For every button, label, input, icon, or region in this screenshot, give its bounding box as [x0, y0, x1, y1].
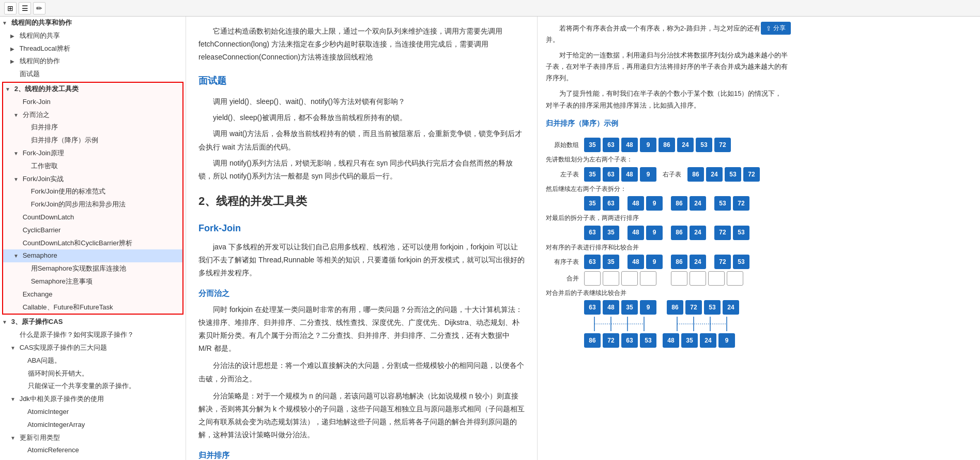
right-intro3: 为了提升性能，有时我们在半子表的个数小于某个数（比如15）的情况下，对半子表的排… [546, 88, 788, 111]
box-63: 63 [603, 138, 619, 152]
interview-q3: 调用 wait()方法后，会释放当前线程持有的锁，而且当前被阻塞后，会重新竞争锁… [198, 127, 525, 153]
interview-q4: 调用 notify()系列方法后，对锁无影响，线程只有在 syn 同步代码执行完… [198, 157, 525, 183]
sidebar-item-guibing-desc[interactable]: 归并排序（降序）示例 [3, 134, 182, 147]
arrow-icon: ▼ [2, 318, 9, 327]
merge-row-original: 原始数组 35 63 48 9 86 24 53 72 [546, 138, 788, 152]
box-35: 35 [584, 138, 601, 152]
sidebar-item-countdownlatch[interactable]: CountDownLatch [3, 211, 182, 224]
sidebar-item-thread-collab[interactable]: ▶ 线程间的协作 [0, 55, 186, 68]
mg-9: 9 [640, 300, 656, 315]
arrow-icon [19, 370, 26, 378]
share-button[interactable]: ⇪ 分享 [761, 22, 791, 35]
sp-72: 72 [733, 196, 749, 211]
sidebar-item-thread-share-sub[interactable]: ▶ 线程间的共享 [0, 29, 186, 42]
grid-view-button[interactable]: ⊞ [4, 2, 17, 14]
lr-9: 9 [640, 167, 656, 182]
comb-3 [621, 271, 638, 286]
fenerzhi-desc: 同时 forkjoin 在处理某一类问题时非常的有用，哪一类问题？分而治之的问题… [198, 303, 525, 355]
edit-button[interactable]: ✏ [33, 2, 45, 14]
arrow-icon: ▶ [10, 45, 18, 53]
split-text-1: 先讲数组划分为左右两个子表： [546, 154, 788, 165]
arrow-icon: ▼ [2, 19, 9, 27]
sidebar-item-update-ref[interactable]: ▼ 更新引用类型 [0, 432, 186, 444]
arrow-icon: ▼ [13, 175, 21, 184]
sidebar-item-cyclicbarrier[interactable]: CyclicBarrier [3, 224, 182, 237]
sidebar-item-forkjoin-sync-async[interactable]: Fork/Join的同步用法和异步用法 [3, 198, 182, 211]
sidebar-item-semaphore-pool[interactable]: 用Semaphore实现数据库连接池 [3, 262, 182, 275]
left-label: 左子表 [546, 169, 582, 180]
sidebar-item-worksteal[interactable]: 工作密取 [3, 160, 182, 173]
mg-35: 35 [621, 300, 638, 315]
srt-86: 86 [671, 226, 687, 240]
sidebar-item-cdl-cb-compare[interactable]: CountDownLatch和CyclicBarrier辨析 [3, 237, 182, 250]
sidebar-item-jdk-atomic[interactable]: ▼ Jdk中相关原子操作类的使用 [0, 393, 186, 406]
sidebar-item-forkjoin-principle[interactable]: ▼ Fork-Join原理 [3, 147, 182, 160]
fenerzhi-desc2: 分治法的设计思想是：将一个难以直接解决的大问题，分割成一些规模较小的相同问题，以… [198, 359, 525, 385]
fin-35: 35 [681, 333, 698, 348]
sidebar-item-single-var[interactable]: 只能保证一个共享变量的原子操作。 [0, 380, 186, 393]
arrow-icon [13, 304, 21, 312]
sidebar-item-atomicintegerarray[interactable]: AtomicIntegerArray [0, 419, 186, 432]
sidebar-item-atomicstampedref[interactable]: AtomicStampedReference [0, 457, 186, 460]
arrow-icon [13, 214, 21, 222]
merge-sort-text: 对有序的子表进行排序和比较合并 [546, 242, 788, 253]
sidebar-item-aba[interactable]: ABA问题。 [0, 354, 186, 367]
sidebar-item-exchange[interactable]: Exchange [3, 288, 182, 301]
merge-diagram: 原始数组 35 63 48 9 86 24 53 72 先讲数组划分为左右两个子… [546, 138, 788, 348]
srt-35: 35 [603, 226, 619, 240]
mg-86: 86 [667, 300, 683, 315]
list-view-button[interactable]: ☰ [19, 2, 31, 14]
sort-text: 对最后的拆分子表，两两进行排序 [546, 213, 788, 223]
sidebar-item-semaphore-notes[interactable]: Semaphore注意事项 [3, 275, 182, 288]
ord-86: 86 [671, 255, 687, 269]
merge-row-split: 35 63 48 9 86 24 53 72 [546, 196, 788, 211]
sidebar-item-forkjoin-practice[interactable]: ▼ Fork/Join实战 [3, 173, 182, 186]
arrow-icon [19, 357, 26, 365]
box-72: 72 [714, 138, 731, 152]
sidebar-item-atomicinteger[interactable]: AtomicInteger [0, 406, 186, 419]
sidebar-item-forkjoin-pattern[interactable]: Fork/Join使用的标准范式 [3, 185, 182, 198]
ord-72: 72 [714, 255, 731, 269]
sidebar-item-interview1[interactable]: 面试题 [0, 68, 186, 81]
sidebar-item-cas-3problems[interactable]: ▼ CAS实现原子操作的三大问题 [0, 342, 186, 354]
ord-35: 35 [603, 255, 619, 269]
arrow-icon [22, 137, 29, 145]
intro-paragraph: 它通过构造函数初始化连接的最大上限，通过一个双向队列来维护连接，调用方需要先调用… [198, 25, 525, 64]
right-label: 右子表 [663, 169, 681, 180]
mg-63: 63 [584, 300, 601, 315]
toolbar: ⊞ ☰ ✏ [0, 0, 980, 17]
sidebar-item-atomicref[interactable]: AtomicReference [0, 444, 186, 457]
fin-63: 63 [621, 333, 638, 348]
srt-72: 72 [714, 226, 731, 240]
fin-9: 9 [718, 333, 735, 348]
sidebar-item-forkjoin[interactable]: Fork-Join [3, 96, 182, 109]
sidebar-item-threadlocal[interactable]: ▶ ThreadLocal辨析 [0, 42, 186, 55]
sidebar-item-semaphore[interactable]: ▼ Semaphore [3, 249, 182, 262]
mg-48: 48 [603, 300, 619, 315]
section2-title: 2、线程的并发工具类 [198, 191, 525, 212]
sidebar-item-concurrent-tools[interactable]: ▼ 2、线程的并发工具类 [3, 83, 182, 96]
combine-label: 合并 [546, 273, 582, 284]
split-text-2: 然后继续左右两个子表拆分： [546, 184, 788, 194]
sidebar-item-callable-future[interactable]: Callable、Future和FutureTask [3, 301, 182, 314]
interview-section: 调用 yield()、sleep()、wait()、notify()等方法对锁有… [198, 95, 525, 183]
merge-row-ordered: 有序子表 63 35 48 9 86 24 72 53 [546, 255, 788, 269]
sidebar-item-guibing[interactable]: 归并排序 [3, 121, 182, 134]
sidebar-item-fenerzhi[interactable]: ▼ 分而治之 [3, 109, 182, 122]
box-9: 9 [640, 138, 656, 152]
sidebar-item-loop-overhead[interactable]: 循环时间长开销大。 [0, 367, 186, 380]
fenerzhi-desc3: 分治策略是：对于一个规模为 n 的问题，若该问题可以容易地解决（比如说规模 n … [198, 390, 525, 442]
arrow-icon [22, 278, 29, 286]
sidebar-item-thread-share[interactable]: ▼ 线程间的共享和协作 [0, 17, 186, 29]
arrow-icon [22, 201, 29, 209]
sidebar-item-cas[interactable]: ▼ 3、原子操作CAS [0, 316, 186, 329]
interview-q2: yield()、sleep()被调用后，都不会释放当前线程所持有的锁。 [198, 111, 525, 124]
right-intro1: 若将两个有序表合并成一个有序表，称为2-路归并，与之对应的还有多路归并。 [546, 23, 788, 46]
sp-35: 35 [584, 196, 601, 211]
srt-24: 24 [690, 226, 706, 240]
srt-63: 63 [584, 226, 601, 240]
arrow-icon: ▶ [10, 32, 18, 40]
sidebar-item-atomic-op[interactable]: 什么是原子操作？如何实现原子操作？ [0, 329, 186, 342]
right-panel: ⇪ 分享 若将两个有序表合并成一个有序表，称为2-路归并，与之对应的还有多路归并… [538, 17, 796, 460]
merge-row-lr: 左子表 35 63 48 9 右子表 86 24 53 72 [546, 167, 788, 182]
